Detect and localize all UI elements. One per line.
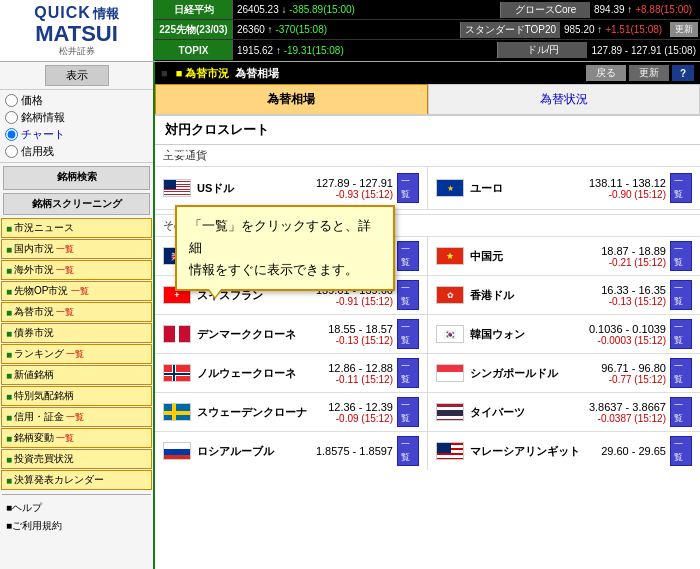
logo-area: QUICK 情報 MATSUI 松井証券 — [0, 0, 155, 61]
currency-cell-sek: スウェーデンクローナ 12.36 - 12.39 -0.09 (15:12) 一… — [155, 393, 428, 431]
currency-link-nok[interactable]: 一覧 — [397, 358, 419, 388]
currency-change-usd: -0.93 (15:12) — [252, 189, 393, 200]
currency-rate-nok: 12.86 - 12.88 — [296, 362, 393, 374]
content-subtitle: 為替相場 — [235, 66, 279, 81]
radio-credit[interactable]: 信用残 — [4, 143, 149, 160]
tab-forex-rate[interactable]: 為替相場 — [155, 84, 428, 114]
currency-link-cny[interactable]: 一覧 — [670, 241, 692, 271]
back-button[interactable]: 戻る — [586, 65, 626, 81]
sidebar-item-overseas[interactable]: ■海外市況一覧 — [1, 260, 152, 280]
sidebar-help[interactable]: ■ヘルプ — [0, 499, 153, 517]
ticker-label-standard: スタンダードTOP20 — [460, 22, 561, 38]
currency-cell-rub: ロシアルーブル 1.8575 - 1.8597 一覧 — [155, 432, 428, 470]
sidebar-item-market-news[interactable]: ■市況ニュース — [1, 218, 152, 238]
sidebar-item-bonds[interactable]: ■債券市況 — [1, 323, 152, 343]
sidebar-item-special-quote[interactable]: ■特別気配銘柄 — [1, 386, 152, 406]
ticker-value-225: 26360 ↑ -370(15:08) — [233, 24, 460, 35]
sidebar-terms[interactable]: ■ご利用規約 — [0, 517, 153, 535]
section-title: 対円クロスレート — [155, 116, 700, 145]
currency-name-sek: スウェーデンクローナ — [197, 405, 307, 420]
currency-name-myr: マレーシアリンギット — [470, 444, 580, 459]
sidebar-item-investment[interactable]: ■投資売買状況 — [1, 449, 152, 469]
currency-link-thb[interactable]: 一覧 — [670, 397, 692, 427]
currency-change-sek: -0.09 (15:12) — [307, 413, 393, 424]
currency-cell-eur: ★ ユーロ 138.11 - 138.12 -0.90 (15:12) 一覧 — [428, 167, 700, 209]
major-currencies-row: USドル 127.89 - 127.91 -0.93 (15:12) 一覧 ★ — [155, 166, 700, 210]
currency-name-dkk: デンマーククローネ — [197, 327, 296, 342]
flag-us — [163, 179, 191, 197]
sidebar-item-brand-change[interactable]: ■銘柄変動一覧 — [1, 428, 152, 448]
currency-cell-thb: タイバーツ 3.8637 - 3.8667 -0.0387 (15:12) 一覧 — [428, 393, 700, 431]
flag-no — [163, 364, 191, 382]
flag-dk — [163, 325, 191, 343]
currency-rate-dkk: 18.55 - 18.57 — [296, 323, 393, 335]
matsui-sub: 松井証券 — [59, 45, 95, 58]
currency-change-sgd: -0.77 (15:12) — [558, 374, 666, 385]
currency-rate-sek: 12.36 - 12.39 — [307, 401, 393, 413]
ticker-label-growth: グロースCore — [500, 2, 590, 18]
currency-link-hkd[interactable]: 一覧 — [670, 280, 692, 310]
ticker-area: 日経平均 26405.23 ↓ -385.89(15:00) グロースCore … — [155, 0, 700, 61]
radio-chart[interactable]: チャート — [4, 126, 149, 143]
sidebar-item-ranking[interactable]: ■ランキング一覧 — [1, 344, 152, 364]
ticker-row-2: 225先物(23/03) 26360 ↑ -370(15:08) スタンダードT… — [155, 20, 700, 40]
joho-label: 情報 — [93, 5, 119, 23]
update-button-top[interactable]: 更新 — [670, 22, 698, 37]
tab-forex-status[interactable]: 為替状況 — [428, 84, 701, 114]
update-button[interactable]: 更新 — [629, 65, 669, 81]
currency-rate-eur: 138.11 - 138.12 — [525, 177, 666, 189]
currency-link-sgd[interactable]: 一覧 — [670, 358, 692, 388]
flag-sg — [436, 364, 464, 382]
currency-link-krw[interactable]: 一覧 — [670, 319, 692, 349]
currency-content: 主要通貨 USドル 127.89 - 127.91 -0.93 (15:12) — [155, 145, 700, 569]
currency-rate-thb: 3.8637 - 3.8667 — [525, 401, 666, 413]
currency-change-krw: -0.0003 (15:12) — [525, 335, 666, 346]
flag-kr: 🇰🇷 — [436, 325, 464, 343]
help-button[interactable]: ? — [672, 65, 694, 81]
flag-cn: ★ — [436, 247, 464, 265]
ticker-value-nikkei: 26405.23 ↓ -385.89(15:00) — [233, 4, 500, 15]
sidebar-item-credit[interactable]: ■信用・証金一覧 — [1, 407, 152, 427]
ticker-value-standard: 985.20 ↑ +1.51(15:08) — [560, 24, 670, 35]
sidebar-item-new-high[interactable]: ■新値銘柄 — [1, 365, 152, 385]
currency-name-rub: ロシアルーブル — [197, 444, 277, 459]
currency-cell-usd: USドル 127.89 - 127.91 -0.93 (15:12) 一覧 — [155, 167, 428, 209]
ticker-label-nikkei: 日経平均 — [155, 0, 233, 19]
flag-eu: ★ — [436, 179, 464, 197]
currency-rate-sgd: 96.71 - 96.80 — [558, 362, 666, 374]
currency-rate-hkd: 16.33 - 16.35 — [525, 284, 666, 296]
currency-name-eur: ユーロ — [470, 181, 525, 196]
sidebar-item-earnings[interactable]: ■決算発表カレンダー — [1, 470, 152, 490]
content-area: ■ ■ 為替市況 為替相場 戻る 更新 ? 為替相場 為替状況 対円クロスレート… — [155, 62, 700, 569]
tooltip-box: 「一覧」をクリックすると、詳細情報をすぐに表示できます。 — [175, 205, 395, 291]
currency-cell-hkd: ✿ 香港ドル 16.33 - 16.35 -0.13 (15:12) 一覧 — [428, 276, 700, 314]
currency-change-thb: -0.0387 (15:12) — [525, 413, 666, 424]
currency-link-gbp[interactable]: 一覧 — [397, 241, 419, 271]
currency-name-cny: 中国元 — [470, 249, 525, 264]
flag-hk: ✿ — [436, 286, 464, 304]
currency-name-thb: タイバーツ — [470, 405, 525, 420]
currency-cell-krw: 🇰🇷 韓国ウォン 0.1036 - 0.1039 -0.0003 (15:12)… — [428, 315, 700, 353]
currency-link-eur[interactable]: 一覧 — [670, 173, 692, 203]
currency-cell-cny: ★ 中国元 18.87 - 18.89 -0.21 (15:12) 一覧 — [428, 237, 700, 275]
sidebar-item-futures[interactable]: ■先物OP市況一覧 — [1, 281, 152, 301]
currency-link-rub[interactable]: 一覧 — [397, 436, 419, 466]
currency-cell-sgd: シンガポールドル 96.71 - 96.80 -0.77 (15:12) 一覧 — [428, 354, 700, 392]
radio-brand-info[interactable]: 銘柄情報 — [4, 109, 149, 126]
currency-change-chf: -0.91 (15:12) — [277, 296, 393, 307]
currency-link-chf[interactable]: 一覧 — [397, 280, 419, 310]
ticker-value-dollar: 127.89 - 127.91 (15:08) — [587, 45, 700, 56]
show-button[interactable]: 表示 — [45, 65, 109, 86]
currency-link-usd[interactable]: 一覧 — [397, 173, 419, 203]
sidebar-item-forex[interactable]: ■為替市況一覧 — [1, 302, 152, 322]
currency-link-myr[interactable]: 一覧 — [670, 436, 692, 466]
currency-rate-rub: 1.8575 - 1.8597 — [277, 445, 393, 457]
currency-link-dkk[interactable]: 一覧 — [397, 319, 419, 349]
sidebar-item-domestic[interactable]: ■国内市況一覧 — [1, 239, 152, 259]
radio-price[interactable]: 価格 — [4, 92, 149, 109]
currency-name-krw: 韓国ウォン — [470, 327, 525, 342]
currency-row-6: ロシアルーブル 1.8575 - 1.8597 一覧 マレーシアリンギット — [155, 431, 700, 470]
major-currency-header: 主要通貨 — [155, 145, 700, 166]
currency-link-sek[interactable]: 一覧 — [397, 397, 419, 427]
currency-name-nok: ノルウェークローネ — [197, 366, 296, 381]
